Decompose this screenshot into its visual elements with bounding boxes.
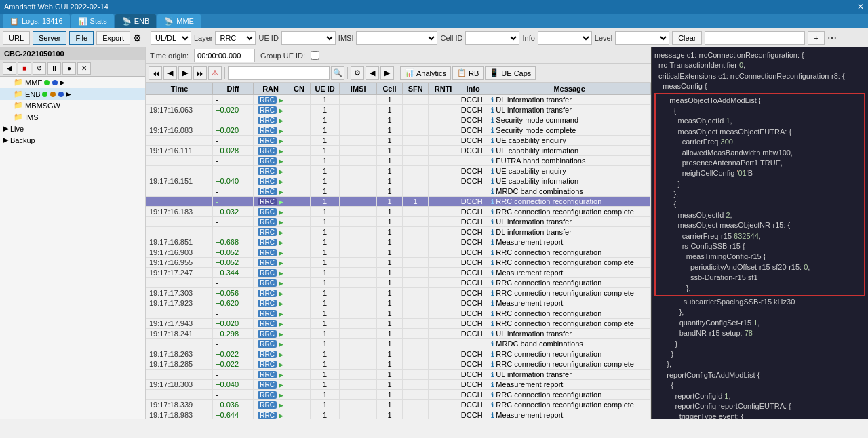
table-row[interactable]: - RRC ▶ 1 1 DCCH ℹ DL information transf…	[146, 227, 651, 237]
table-row[interactable]: 19:17:16.111 +0.028 RRC ▶ 1 1 DCCH ℹ UE …	[146, 146, 651, 156]
imsi-select[interactable]	[356, 31, 437, 45]
close-btn[interactable]: ✕	[77, 62, 91, 75]
table-row[interactable]: 19:17:17.923 +0.620 RRC ▶ 1 1 DCCH ℹ Mea…	[146, 298, 651, 308]
table-row[interactable]: - RRC ▶ 1 1 DCCH ℹ RRC connection reconf…	[146, 278, 651, 288]
nav-first[interactable]: ⏮	[149, 66, 162, 80]
table-row[interactable]: 19:17:18.983 +0.644 RRC ▶ 1 1 DCCH ℹ Mea…	[146, 410, 651, 420]
group-ue-checkbox[interactable]	[311, 51, 319, 60]
table-row[interactable]: 19:17:18.339 +0.036 RRC ▶ 1 1 DCCH ℹ RRC…	[146, 400, 651, 410]
cell-id-select[interactable]	[465, 31, 519, 45]
time-origin-label: Time origin:	[150, 52, 189, 60]
direction-arrow: ▶	[279, 372, 283, 378]
search-btn[interactable]: 🔍	[331, 66, 344, 80]
table-row[interactable]: 19:17:16.063 +0.020 RRC ▶ 1 1 DCCH ℹ UL …	[146, 105, 651, 115]
table-row[interactable]: 19:17:18.241 +0.298 RRC ▶ 1 1 DCCH ℹ UL …	[146, 329, 651, 339]
cell-ueid: 1	[310, 115, 340, 125]
group-ue-label: Group UE ID:	[260, 52, 305, 60]
refresh-button[interactable]: ↺	[33, 62, 46, 75]
ul-dl-select[interactable]: UL/DLULDL	[151, 31, 191, 45]
sidebar-item-live[interactable]: ▶ Live	[0, 123, 145, 134]
cell-diff: +0.052	[213, 247, 254, 258]
record-button[interactable]: ●	[62, 62, 76, 75]
filter-btn[interactable]: ⚙	[351, 66, 364, 80]
table-row[interactable]: 19:17:16.903 +0.052 RRC ▶ 1 1 DCCH ℹ RRC…	[146, 247, 651, 258]
cell-sfn	[403, 410, 429, 420]
cell-msg: ℹ RRC connection reconfiguration complet…	[488, 207, 651, 217]
sidebar-item-backup[interactable]: ▶ Backup	[0, 134, 145, 146]
cell-ueid: 1	[310, 176, 340, 186]
nav-last[interactable]: ⏭	[193, 66, 207, 80]
cell-ran: RRC ▶	[254, 268, 288, 278]
clear-button[interactable]: Clear	[672, 31, 702, 45]
table-row[interactable]: - RRC ▶ 1 1 DCCH ℹ UL information transf…	[146, 217, 651, 227]
table-row[interactable]: - RRC ▶ 1 1 ℹ EUTRA band combinations	[146, 156, 651, 166]
time-origin-bar: Time origin: Group UE ID:	[146, 47, 651, 64]
table-row[interactable]: 19:17:17.303 +0.056 RRC ▶ 1 1 DCCH ℹ RRC…	[146, 288, 651, 298]
time-origin-input[interactable]	[194, 49, 255, 62]
sidebar-item-mbmsgw[interactable]: 📁 MBMSGW	[0, 100, 145, 111]
ue-id-select[interactable]	[281, 31, 336, 45]
table-row[interactable]: 19:17:18.303 +0.040 RRC ▶ 1 1 DCCH ℹ Mea…	[146, 380, 651, 390]
cell-msg: ℹ RRC connection reconfiguration complet…	[488, 400, 651, 410]
level-select[interactable]	[615, 31, 669, 45]
next-result[interactable]: ▶	[380, 66, 394, 80]
back-button[interactable]: ◀	[3, 62, 16, 75]
prev-result[interactable]: ◀	[366, 66, 379, 80]
table-row[interactable]: - RRC ▶ 1 1 DCCH ℹ Security mode command	[146, 115, 651, 125]
sidebar-item-mme[interactable]: 📁 MME ▶	[0, 77, 145, 88]
nav-prev[interactable]: ◀	[163, 66, 177, 80]
layer-select[interactable]: RRCMACPDCP	[215, 31, 256, 45]
tab-logs[interactable]: 📋 Logs: 13416	[3, 14, 70, 28]
url-button[interactable]: URL	[3, 31, 30, 45]
add-button[interactable]: +	[808, 31, 824, 45]
tab-mme[interactable]: 📡 MME	[157, 14, 201, 28]
table-row[interactable]: - RRC ▶ 1 1 DCCH ℹ RRC connection reconf…	[146, 390, 651, 400]
info-select[interactable]	[538, 31, 592, 45]
cell-ran: RRC ▶	[254, 247, 288, 258]
server-button[interactable]: Server	[33, 31, 66, 45]
more-icon[interactable]: ⋯	[827, 33, 837, 43]
table-row[interactable]: - RRC ▶ 1 1 DCCH ℹ UE capability enquiry	[146, 166, 651, 176]
table-row[interactable]: 19:17:16.851 +0.668 RRC ▶ 1 1 DCCH ℹ Mea…	[146, 237, 651, 247]
nav-next[interactable]: ▶	[178, 66, 192, 80]
table-row[interactable]: - RRC ▶ 1 1 ℹ MRDC band combinations	[146, 186, 651, 197]
tab-enb[interactable]: 📡 ENB	[115, 14, 157, 28]
table-row[interactable]: 19:17:18.285 +0.022 RRC ▶ 1 1 DCCH ℹ RRC…	[146, 359, 651, 370]
table-row[interactable]: 19:17:17.943 +0.020 RRC ▶ 1 1 DCCH ℹ RRC…	[146, 319, 651, 329]
pause-button[interactable]: ⏸	[47, 62, 61, 75]
close-button[interactable]: ✕	[857, 2, 864, 12]
warning-icon[interactable]: ⚠	[208, 66, 222, 80]
sidebar-item-enb[interactable]: 📁 ENB ▶	[0, 88, 145, 100]
table-row[interactable]: - RRC ▶ 1 1 ℹ MRDC band combinations	[146, 339, 651, 349]
tab-stats[interactable]: 📊 Stats	[71, 14, 114, 28]
table-row[interactable]: - RRC ▶ 1 1 DCCH ℹ DL information transf…	[146, 95, 651, 105]
file-button[interactable]: File	[69, 31, 94, 45]
cell-ueid: 1	[310, 125, 340, 136]
table-row[interactable]: 19:17:18.263 +0.022 RRC ▶ 1 1 DCCH ℹ RRC…	[146, 349, 651, 359]
table-row[interactable]: 19:17:16.955 +0.052 RRC ▶ 1 1 DCCH ℹ RRC…	[146, 258, 651, 268]
stop-button[interactable]: ■	[18, 62, 31, 75]
table-row[interactable]: - RRC ▶ 1 1 DCCH ℹ RRC connection reconf…	[146, 308, 651, 319]
rb-button[interactable]: 📋 RB	[452, 66, 484, 80]
table-row[interactable]: 19:17:16.183 +0.032 RRC ▶ 1 1 DCCH ℹ RRC…	[146, 207, 651, 217]
tabbar: 📋 Logs: 13416 📊 Stats 📡 ENB 📡 MME	[0, 14, 868, 28]
ue-caps-button[interactable]: 📱 UE Caps	[485, 66, 536, 80]
table-row[interactable]: 19:17:16.151 +0.040 RRC ▶ 1 1 DCCH ℹ UE …	[146, 176, 651, 186]
direction-arrow: ▶	[279, 280, 283, 287]
analytics-button[interactable]: 📊 Analytics	[400, 66, 451, 80]
settings-icon[interactable]: ⚙	[133, 33, 142, 43]
table-row[interactable]: - RRC ▶ 1 1 DCCH ℹ UL information transf…	[146, 370, 651, 380]
play-icon2[interactable]: ▶	[66, 90, 71, 98]
sidebar-item-ims[interactable]: 📁 IMS	[0, 111, 145, 123]
direction-arrow: ▶	[279, 412, 283, 419]
search-input[interactable]	[228, 66, 330, 80]
table-row[interactable]: - RRC ▶ 1 1 DCCH ℹ UE capability enquiry	[146, 136, 651, 146]
table-row[interactable]: - RRC ▶ 1 1 1 DCCH ℹ RRC connection reco…	[146, 197, 651, 207]
filter-input[interactable]	[705, 31, 805, 45]
log-table[interactable]: Time Diff RAN CN UE ID IMSI Cell SFN RNT…	[146, 83, 651, 419]
table-row[interactable]: 19:17:17.247 +0.344 RRC ▶ 1 1 DCCH ℹ Mea…	[146, 268, 651, 278]
cell-ran: RRC ▶	[254, 136, 288, 146]
table-row[interactable]: 19:17:16.083 +0.020 RRC ▶ 1 1 DCCH ℹ Sec…	[146, 125, 651, 136]
play-icon[interactable]: ▶	[60, 79, 65, 86]
export-button[interactable]: Export	[96, 31, 130, 45]
